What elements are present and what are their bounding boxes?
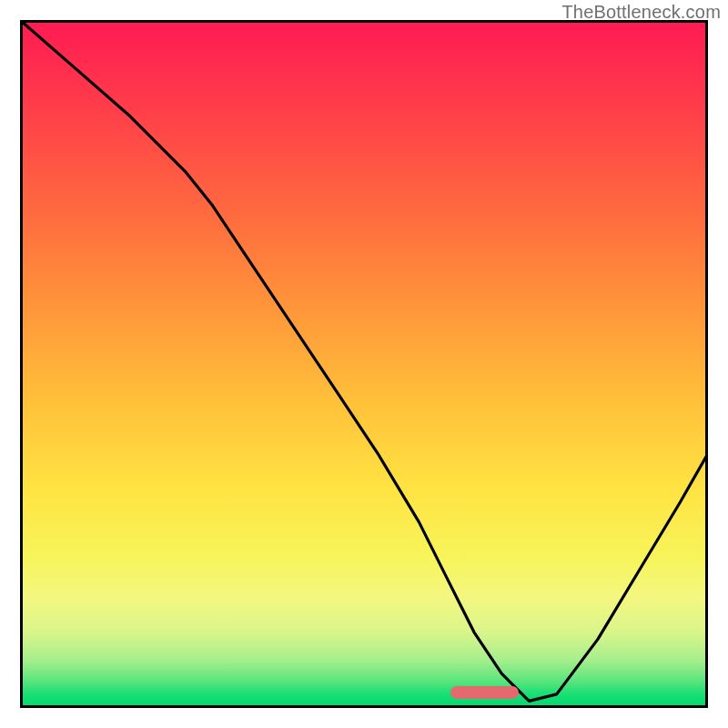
optimal-range-pill xyxy=(450,686,520,699)
background-gradient xyxy=(20,20,708,708)
chart-frame: TheBottleneck.com xyxy=(0,0,728,728)
plot-area xyxy=(20,20,708,708)
